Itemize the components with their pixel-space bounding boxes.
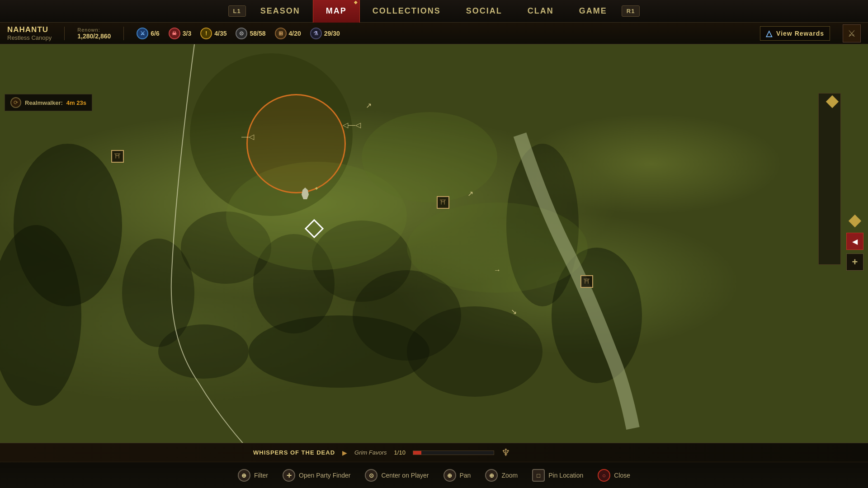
view-rewards-label: View Rewards — [776, 30, 824, 37]
r1-button[interactable]: R1 — [622, 5, 640, 17]
character-portrait: ⚔ — [843, 24, 861, 42]
quest-bar: WHISPERS OF THE DEAD ▶ Grim Favors 1/10 … — [0, 443, 868, 462]
nav-item-clan[interactable]: CLAN — [515, 0, 566, 23]
view-rewards-button[interactable]: △ View Rewards — [760, 26, 830, 41]
map-marker-2[interactable]: ◁—◁ — [343, 121, 361, 129]
realmwalker-label: Realmwalker: — [25, 99, 63, 106]
map-marker-5[interactable]: → — [494, 266, 501, 274]
quests-value: 4/35 — [214, 30, 226, 37]
pan-control: ⊕ Pan — [443, 469, 471, 482]
dungeon-value: 6/6 — [151, 30, 159, 37]
map-controls: ◀ + — [846, 216, 863, 271]
challenges-icon: ⚗ — [310, 28, 322, 39]
realmwalker-time: 4m 23s — [66, 99, 86, 106]
nav-items-container: L1 SEASON MAP COLLECTIONS SOCIAL CLAN GA… — [226, 0, 642, 23]
dungeon-icon-2[interactable]: ⛩ — [437, 196, 449, 209]
character-name: NAHANTU — [7, 25, 52, 34]
close-label: Close — [614, 472, 630, 479]
pin-location-control: □ Pin Location — [532, 469, 583, 482]
pan-left-button[interactable]: ◀ — [846, 233, 863, 250]
renown-value: 1,280/2,860 — [77, 33, 111, 40]
zoom-button-icon[interactable]: ⊕ — [485, 469, 498, 482]
character-bar: NAHANTU Restless Canopy Renown: 1,280/2,… — [0, 23, 868, 44]
strongholds-icon: ⊞ — [275, 28, 287, 39]
dungeon-icon-1[interactable]: ⛩ — [111, 150, 124, 163]
svg-point-8 — [407, 306, 542, 397]
quest-progress-bar — [413, 450, 494, 455]
waypoints-value: 58/58 — [250, 30, 265, 37]
nav-item-season[interactable]: SEASON — [248, 0, 313, 23]
realmwalker-icon: ⟳ — [10, 97, 21, 108]
nav-item-map[interactable]: MAP — [313, 0, 360, 23]
stat-strongholds: ⊞ 4/20 — [275, 28, 301, 39]
party-finder-control: ✛ Open Party Finder — [283, 469, 350, 482]
events-icon: ☠ — [169, 28, 180, 39]
stat-dungeons: ⚔ 6/6 — [137, 28, 159, 39]
character-location: Restless Canopy — [7, 34, 52, 41]
challenges-value: 29/30 — [324, 30, 340, 37]
quests-icon: ! — [200, 28, 212, 39]
svg-point-7 — [249, 315, 429, 388]
right-panel — [818, 93, 841, 265]
pan-button-icon[interactable]: ⊕ — [443, 469, 456, 482]
waypoints-icon: ⊙ — [236, 28, 247, 39]
character-info: NAHANTU Restless Canopy — [7, 25, 52, 41]
map-area[interactable]: ◆ ⛩ ⛩ ⛩ —◁ ◁—◁ ↗ ↗ → ↘ ⟳ Realmwalker: 4m… — [0, 44, 868, 443]
svg-point-14 — [362, 112, 497, 202]
triangle-icon: △ — [766, 28, 773, 38]
renown-block: Renown: 1,280/2,860 — [77, 27, 111, 40]
events-value: 3/3 — [183, 30, 191, 37]
nav-item-collections[interactable]: COLLECTIONS — [360, 0, 453, 23]
map-marker-3[interactable]: ↗ — [366, 101, 372, 110]
divider-2 — [123, 27, 124, 40]
nav-item-game[interactable]: GAME — [566, 0, 620, 23]
center-player-button-icon[interactable]: ⊙ — [365, 469, 377, 482]
zoom-label: Zoom — [501, 472, 518, 479]
map-marker-1[interactable]: —◁ — [241, 132, 254, 141]
area-highlight-circle — [246, 94, 346, 193]
bottom-bar: WHISPERS OF THE DEAD ▶ Grim Favors 1/10 … — [0, 443, 868, 488]
filter-label: Filter — [254, 472, 268, 479]
stat-events: ☠ 3/3 — [169, 28, 191, 39]
svg-point-11 — [158, 324, 249, 379]
minimap-diamond — [826, 95, 839, 108]
zoom-control: ⊕ Zoom — [485, 469, 518, 482]
renown-label: Renown: — [77, 27, 111, 33]
stat-waypoints: ⊙ 58/58 — [236, 28, 265, 39]
diamond-marker — [849, 215, 861, 227]
quest-arrow: ▶ — [342, 449, 347, 456]
dungeon-icon-3[interactable]: ⛩ — [580, 275, 593, 288]
pin-location-button-icon[interactable]: □ — [532, 469, 545, 482]
quest-name: WHISPERS OF THE DEAD — [253, 449, 335, 456]
party-finder-label: Open Party Finder — [299, 472, 350, 479]
top-navigation: L1 SEASON MAP COLLECTIONS SOCIAL CLAN GA… — [0, 0, 868, 23]
filter-control: ⊕ Filter — [238, 469, 268, 482]
quest-task: Grim Favors — [354, 449, 387, 456]
map-marker-4[interactable]: ↗ — [467, 189, 473, 198]
center-player-label: Center on Player — [381, 472, 429, 479]
strongholds-value: 4/20 — [289, 30, 301, 37]
realmwalker-timer-panel: ⟳ Realmwalker: 4m 23s — [5, 94, 92, 111]
stat-challenges: ⚗ 29/30 — [310, 28, 340, 39]
quest-progress-fill — [413, 451, 421, 455]
l1-button[interactable]: L1 — [228, 5, 246, 17]
stat-quests: ! 4/35 — [200, 28, 226, 39]
nav-item-social[interactable]: SOCIAL — [453, 0, 515, 23]
npc-dot: ◆ — [315, 186, 318, 190]
quest-progress: 1/10 — [394, 449, 406, 456]
close-button-icon[interactable]: ○ — [598, 469, 610, 482]
filter-button-icon[interactable]: ⊕ — [238, 469, 250, 482]
zoom-in-button[interactable]: + — [846, 253, 863, 271]
divider-1 — [64, 27, 65, 40]
quest-icon: ♆ — [501, 447, 510, 459]
map-terrain — [0, 44, 868, 443]
pan-label: Pan — [460, 472, 471, 479]
center-player-control: ⊙ Center on Player — [365, 469, 429, 482]
party-finder-button-icon[interactable]: ✛ — [283, 469, 295, 482]
map-marker-6[interactable]: ↘ — [511, 307, 517, 316]
close-control: ○ Close — [598, 469, 630, 482]
controls-bar: ⊕ Filter ✛ Open Party Finder ⊙ Center on… — [0, 462, 868, 488]
map-background — [0, 44, 868, 443]
dungeon-icon: ⚔ — [137, 28, 148, 39]
npc-icon[interactable] — [302, 188, 309, 199]
